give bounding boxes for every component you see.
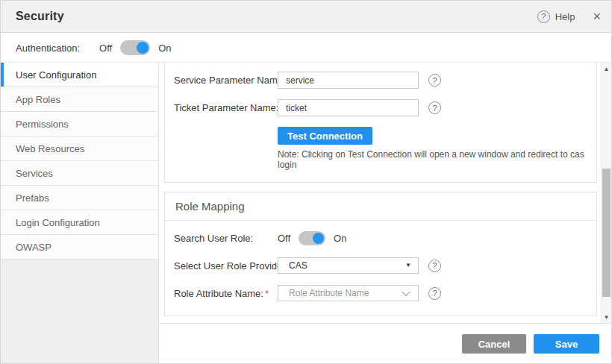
chevron-down-icon xyxy=(402,288,410,296)
role-attribute-select[interactable]: Role Attribute Name xyxy=(278,285,419,301)
authentication-on-label: On xyxy=(158,43,171,54)
security-dialog: Security ? Help × Authentication: Off On… xyxy=(0,0,612,364)
scroll-up-icon[interactable]: ▲ xyxy=(602,63,611,74)
authentication-toggle[interactable] xyxy=(120,40,150,55)
sidebar-item-prefabs[interactable]: Prefabs xyxy=(1,186,158,210)
help-link[interactable]: Help xyxy=(555,11,575,22)
search-user-role-row: Search User Role: Off On xyxy=(174,231,596,245)
search-user-role-off-label: Off xyxy=(278,233,290,244)
role-attribute-row: Role Attribute Name:* Role Attribute Nam… xyxy=(174,285,596,301)
sidebar-item-label: Prefabs xyxy=(16,192,49,204)
label-text: Ticket Parameter Name: xyxy=(174,102,278,113)
required-asterisk: * xyxy=(265,288,269,299)
sidebar-item-user-configuration[interactable]: User Configuration xyxy=(1,63,158,87)
label-text: Role Attribute Name: xyxy=(174,288,263,299)
sidebar-item-label: User Configuration xyxy=(16,69,96,81)
scrollbar-thumb[interactable] xyxy=(602,169,611,297)
toggle-knob xyxy=(313,233,324,244)
role-mapping-section: Role Mapping Search User Role: Off On xyxy=(164,192,597,316)
header-actions: ? Help × xyxy=(537,10,601,23)
toggle-knob xyxy=(137,42,149,54)
sidebar-item-login-configuration[interactable]: Login Configuration xyxy=(1,210,158,235)
ticket-parameter-label: Ticket Parameter Name:* xyxy=(174,102,278,113)
vertical-scrollbar[interactable]: ▲ ▼ xyxy=(601,63,611,323)
placeholder-text: Role Attribute Name xyxy=(289,288,369,298)
user-role-provider-row: Select User Role Provider: CAS ▼ ? xyxy=(174,257,596,274)
sidebar-item-owasp[interactable]: OWASP xyxy=(1,235,158,260)
user-role-provider-select[interactable]: CAS ▼ xyxy=(278,257,419,274)
sidebar-item-web-resources[interactable]: Web Resources xyxy=(1,136,158,161)
test-connection-button[interactable]: Test Connection xyxy=(278,127,372,145)
sidebar-item-label: OWASP xyxy=(16,242,51,253)
footer-actions: Cancel Save xyxy=(159,323,611,363)
dialog-body: User Configuration App Roles Permissions… xyxy=(1,63,611,363)
label-text: Service Parameter Name: xyxy=(174,75,286,86)
close-icon[interactable]: × xyxy=(593,10,601,23)
help-icon[interactable]: ? xyxy=(428,260,441,272)
authentication-bar: Authentication: Off On xyxy=(1,34,611,63)
role-mapping-title: Role Mapping xyxy=(175,200,245,213)
test-connection-note: Note: Clicking on Test Connection will o… xyxy=(278,149,596,170)
sidebar-item-app-roles[interactable]: App Roles xyxy=(1,87,158,112)
sidebar-item-services[interactable]: Services xyxy=(1,161,158,186)
sidebar-item-label: App Roles xyxy=(16,94,60,105)
role-mapping-rows: Search User Role: Off On Select User Rol… xyxy=(165,221,596,301)
sidebar-item-label: Web Resources xyxy=(16,143,84,154)
sidebar-item-label: Permissions xyxy=(16,119,69,130)
search-user-role-label: Search User Role: xyxy=(174,233,278,244)
search-user-role-on-label: On xyxy=(334,233,346,244)
sidebar-item-permissions[interactable]: Permissions xyxy=(1,112,158,136)
page-title: Security xyxy=(16,10,64,23)
help-icon[interactable]: ? xyxy=(428,287,441,300)
authentication-label: Authentication: xyxy=(16,43,80,54)
scroll-down-icon[interactable]: ▼ xyxy=(602,312,611,322)
role-attribute-label: Role Attribute Name:* xyxy=(174,288,278,299)
scroll-viewport: Service Parameter Name:* ? Ticket Parame… xyxy=(159,63,601,323)
sidebar: User Configuration App Roles Permissions… xyxy=(1,63,159,363)
dialog-header: Security ? Help × xyxy=(1,1,611,33)
search-user-role-toggle[interactable] xyxy=(299,231,325,245)
ticket-parameter-row: Ticket Parameter Name:* ? xyxy=(174,99,596,116)
sidebar-item-label: Login Configuration xyxy=(16,217,100,228)
service-parameter-row: Service Parameter Name:* ? xyxy=(174,72,596,89)
save-button[interactable]: Save xyxy=(534,334,599,354)
cancel-button[interactable]: Cancel xyxy=(462,334,526,354)
help-icon[interactable]: ? xyxy=(428,74,441,87)
help-icon[interactable]: ? xyxy=(428,101,441,114)
sidebar-item-label: Services xyxy=(16,168,53,179)
help-icon[interactable]: ? xyxy=(537,10,550,23)
active-indicator xyxy=(1,63,4,87)
content-pane: Service Parameter Name:* ? Ticket Parame… xyxy=(159,63,611,363)
authentication-off-label: Off xyxy=(99,43,112,54)
service-parameter-input[interactable] xyxy=(278,72,419,89)
service-parameter-label: Service Parameter Name:* xyxy=(174,75,278,86)
ticket-parameter-input[interactable] xyxy=(278,99,419,116)
role-mapping-header: Role Mapping xyxy=(165,192,596,221)
dropdown-arrow-icon: ▼ xyxy=(405,263,411,269)
cas-parameters-section: Service Parameter Name:* ? Ticket Parame… xyxy=(164,63,597,183)
user-role-provider-label: Select User Role Provider: xyxy=(174,260,278,272)
selected-value: CAS xyxy=(289,260,307,271)
